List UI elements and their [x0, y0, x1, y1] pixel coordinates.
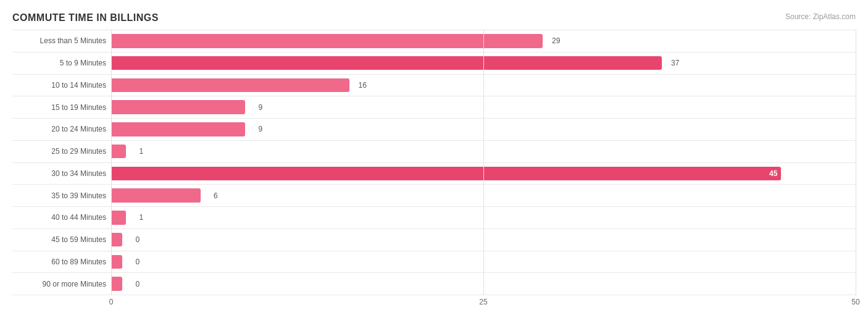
bar-label: 10 to 14 Minutes [12, 81, 111, 90]
bar-row: 10 to 14 Minutes16 [12, 75, 856, 97]
bar-area: 0 [111, 229, 856, 251]
x-tick: 0 [109, 298, 114, 306]
bar-area: 1 [111, 141, 856, 162]
bar-value: 0 [135, 235, 140, 244]
bar-value: 1 [139, 147, 143, 156]
bar-row: 60 to 89 Minutes0 [12, 251, 856, 274]
bar-area: 9 [111, 96, 856, 118]
bar-row: 15 to 19 Minutes9 [12, 96, 856, 119]
bar-row: Less than 5 Minutes29 [12, 30, 856, 52]
bar-fill: 37 [111, 56, 662, 70]
bar-fill: 1 [111, 145, 126, 159]
bar-row: 30 to 34 Minutes45 [12, 163, 856, 185]
bar-fill: 16 [111, 78, 349, 93]
bar-area: 9 [111, 119, 856, 140]
bar-fill: 0 [111, 277, 122, 291]
bar-rows: Less than 5 Minutes295 to 9 Minutes3710 … [12, 30, 856, 295]
bar-label: Less than 5 Minutes [12, 36, 111, 45]
bar-label: 60 to 89 Minutes [12, 258, 111, 266]
chart-title: COMMUTE TIME IN BILLINGS [12, 12, 159, 23]
bar-fill: 45 [111, 167, 781, 181]
bar-value: 0 [135, 280, 140, 288]
bar-row: 35 to 39 Minutes6 [12, 185, 856, 207]
bar-label: 15 to 19 Minutes [12, 103, 111, 112]
bar-label: 25 to 29 Minutes [12, 147, 111, 156]
bar-value: 37 [671, 59, 679, 67]
bar-fill: 6 [111, 188, 201, 203]
x-tick: 25 [479, 298, 487, 306]
bar-row: 20 to 24 Minutes9 [12, 119, 856, 141]
bar-area: 1 [111, 207, 856, 229]
chart-header: COMMUTE TIME IN BILLINGS Source: ZipAtla… [12, 12, 856, 23]
bar-fill: 9 [111, 122, 245, 136]
bar-area: 0 [111, 251, 856, 273]
bar-fill: 0 [111, 255, 122, 269]
bar-area: 16 [111, 75, 856, 96]
bar-area: 0 [111, 273, 856, 295]
bar-value: 45 [769, 169, 777, 178]
bar-value: 16 [359, 81, 367, 90]
bar-value: 1 [139, 213, 143, 222]
bar-value: 0 [135, 258, 140, 266]
grid-line [856, 30, 856, 295]
bar-value: 9 [258, 103, 262, 112]
bar-fill: 1 [111, 211, 126, 225]
bar-row: 5 to 9 Minutes37 [12, 52, 856, 75]
chart-container: COMMUTE TIME IN BILLINGS Source: ZipAtla… [0, 0, 868, 323]
bar-fill: 29 [111, 34, 543, 48]
bar-row: 45 to 59 Minutes0 [12, 229, 856, 251]
bar-label: 20 to 24 Minutes [12, 125, 111, 133]
bar-label: 45 to 59 Minutes [12, 235, 111, 244]
bar-fill: 9 [111, 100, 245, 114]
chart-body: Less than 5 Minutes295 to 9 Minutes3710 … [12, 30, 856, 295]
bar-label: 90 or more Minutes [12, 280, 111, 288]
chart-source: Source: ZipAtlas.com [785, 12, 856, 21]
bar-row: 40 to 44 Minutes1 [12, 207, 856, 229]
bar-label: 30 to 34 Minutes [12, 169, 111, 178]
bar-area: 37 [111, 52, 856, 74]
bar-value: 6 [214, 191, 218, 200]
bar-value: 29 [552, 36, 560, 45]
x-axis: 02550 [111, 298, 856, 310]
bar-label: 5 to 9 Minutes [12, 59, 111, 67]
bar-area: 6 [111, 185, 856, 206]
bar-area: 29 [111, 30, 856, 52]
bar-area: 45 [111, 163, 856, 185]
bar-fill: 0 [111, 233, 122, 247]
bar-value: 9 [258, 125, 262, 133]
bar-label: 40 to 44 Minutes [12, 213, 111, 222]
bar-label: 35 to 39 Minutes [12, 191, 111, 200]
bar-row: 90 or more Minutes0 [12, 273, 856, 295]
x-tick: 50 [851, 298, 859, 306]
bar-row: 25 to 29 Minutes1 [12, 141, 856, 163]
